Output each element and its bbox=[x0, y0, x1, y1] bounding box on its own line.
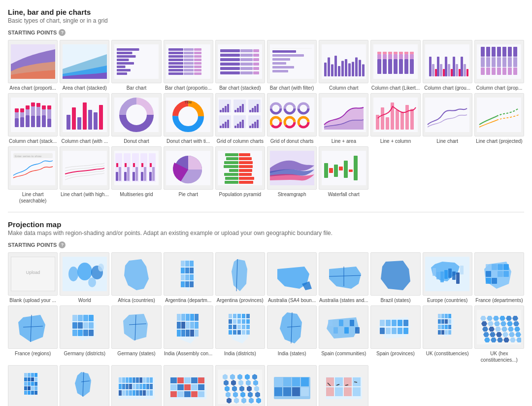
chart-item-column-grouped[interactable]: Column chart (grou... bbox=[423, 40, 472, 91]
svg-rect-52 bbox=[220, 71, 240, 74]
svg-rect-62 bbox=[272, 70, 288, 72]
chart-item-bar[interactable]: Bar chart bbox=[111, 40, 161, 91]
svg-rect-416 bbox=[441, 330, 444, 335]
chart-item-donut-title[interactable]: TitleDonut chart with ti... bbox=[164, 93, 213, 144]
chart-item-waterfall[interactable]: Waterfall chart bbox=[319, 146, 368, 204]
map-item-india-states[interactable]: India (states) bbox=[267, 305, 317, 363]
svg-rect-454 bbox=[24, 377, 27, 381]
map-item-europe[interactable]: Europe (countries) bbox=[423, 252, 472, 304]
svg-rect-206 bbox=[254, 122, 256, 128]
help-icon-charts[interactable]: ? bbox=[59, 29, 66, 36]
svg-rect-8 bbox=[117, 66, 126, 68]
map-item-uk-local[interactable]: UK (local authorities) bbox=[8, 365, 58, 406]
map-item-india-assembly[interactable]: India (Assembly con... bbox=[164, 305, 213, 363]
chart-item-bar-stacked[interactable]: Bar chart (stacked) bbox=[215, 40, 265, 91]
map-item-spain-provinces[interactable]: Spain (provinces) bbox=[370, 305, 420, 363]
chart-item-line-highlight[interactable]: Line chart (with high... bbox=[60, 146, 109, 204]
chart-thumb-grid-column bbox=[215, 93, 265, 136]
map-item-germany-states[interactable]: Germany (states) bbox=[111, 305, 161, 363]
chart-item-column[interactable]: Column chart bbox=[319, 40, 368, 91]
chart-item-population-pyramid[interactable]: Population pyramid bbox=[215, 146, 265, 204]
svg-rect-141 bbox=[20, 112, 24, 117]
map-thumb-argentina-prov bbox=[215, 252, 265, 296]
svg-rect-10 bbox=[117, 72, 127, 75]
map-item-argentina-prov[interactable]: Argentina (provinces) bbox=[215, 252, 265, 304]
chart-item-column-proportional[interactable]: Column chart (prop... bbox=[474, 40, 524, 91]
svg-rect-372 bbox=[237, 319, 241, 324]
map-item-us-counties[interactable]: US (counties) bbox=[111, 365, 161, 406]
svg-rect-367 bbox=[237, 314, 241, 318]
svg-rect-140 bbox=[20, 108, 24, 112]
map-item-us-hex-states[interactable]: US (hex states) bbox=[215, 365, 265, 406]
svg-rect-65 bbox=[328, 58, 330, 77]
chart-item-column-likert[interactable]: Column chart (Likert... bbox=[370, 40, 420, 91]
map-item-uk-hex-const[interactable]: UK (hex constituencies...) bbox=[474, 305, 524, 363]
chart-item-line-projected[interactable]: Line chart (projected) bbox=[474, 93, 524, 144]
svg-rect-90 bbox=[399, 54, 403, 59]
map-item-us-states[interactable]: US (states) bbox=[267, 365, 317, 406]
chart-item-grid-donut[interactable]: Grid of donut charts bbox=[267, 93, 317, 144]
svg-rect-157 bbox=[47, 119, 51, 127]
svg-rect-455 bbox=[28, 377, 31, 381]
chart-item-donut[interactable]: Donut chart bbox=[111, 93, 161, 144]
svg-rect-77 bbox=[377, 59, 381, 74]
map-item-india-districts[interactable]: India (districts) bbox=[215, 305, 265, 363]
svg-rect-138 bbox=[15, 112, 19, 118]
svg-rect-396 bbox=[398, 320, 402, 326]
chart-item-streamgraph[interactable]: Streamgraph bbox=[267, 146, 317, 204]
chart-item-grid-column[interactable]: Grid of column charts bbox=[215, 93, 265, 144]
svg-rect-101 bbox=[435, 69, 437, 76]
map-label-france-regions: France (regions) bbox=[15, 350, 51, 357]
map-item-uk-constituencies[interactable]: UK (constituencies) bbox=[423, 305, 472, 363]
svg-rect-346 bbox=[83, 330, 88, 336]
map-item-australia-states[interactable]: Australia (states and... bbox=[319, 252, 368, 304]
svg-rect-189 bbox=[249, 110, 251, 112]
map-item-australia-sa4[interactable]: Australia (SA4 boun... bbox=[267, 252, 317, 304]
map-item-us-swing[interactable]: US (swing arrow map) bbox=[319, 365, 368, 406]
map-item-us-electoral[interactable]: US (electoral college... bbox=[164, 365, 213, 406]
map-item-world[interactable]: World bbox=[60, 252, 109, 304]
map-item-spain-communities[interactable]: Spain (communities) bbox=[319, 305, 368, 363]
map-item-uk-regions[interactable]: UK (regions) bbox=[60, 365, 109, 406]
map-item-argentina-dept[interactable]: Argentina (departm... bbox=[164, 252, 213, 304]
help-icon-maps[interactable]: ? bbox=[59, 241, 66, 248]
chart-item-bar-proportional[interactable]: Bar chart (proportio... bbox=[164, 40, 213, 91]
chart-item-area-stacked[interactable]: Area chart (stacked) bbox=[60, 40, 109, 91]
svg-rect-46 bbox=[220, 63, 240, 66]
svg-rect-45 bbox=[253, 58, 259, 61]
chart-item-multiseries[interactable]: Multiseries grid bbox=[111, 146, 161, 204]
chart-item-line-area[interactable]: Line + area bbox=[319, 93, 368, 144]
svg-rect-234 bbox=[400, 112, 404, 130]
svg-rect-271 bbox=[224, 161, 238, 164]
svg-point-214 bbox=[287, 106, 292, 111]
svg-rect-120 bbox=[486, 68, 490, 75]
svg-rect-512 bbox=[191, 384, 198, 390]
chart-item-pie[interactable]: Pie chart bbox=[164, 146, 213, 204]
chart-item-area-proportional[interactable]: Area chart (proporti... bbox=[8, 40, 58, 91]
chart-label-area-stacked: Area chart (stacked) bbox=[63, 85, 107, 91]
svg-line-566 bbox=[354, 382, 357, 382]
chart-item-line-column[interactable]: Line + column bbox=[370, 93, 420, 144]
svg-rect-31 bbox=[184, 69, 194, 71]
map-item-brazil[interactable]: Brazil (states) bbox=[370, 252, 420, 304]
chart-item-line-searchable[interactable]: Enter series to show Line chart (searcha… bbox=[8, 146, 58, 204]
map-item-blank[interactable]: UploadBlank (upload your ... bbox=[8, 252, 58, 304]
svg-rect-458 bbox=[24, 382, 27, 386]
svg-rect-186 bbox=[239, 106, 241, 112]
chart-item-line[interactable]: Line chart bbox=[423, 93, 472, 144]
svg-point-296 bbox=[77, 263, 92, 280]
map-thumb-blank: Upload bbox=[8, 252, 58, 296]
chart-item-column-with[interactable]: Column chart (with ... bbox=[60, 93, 109, 144]
svg-rect-97 bbox=[410, 52, 414, 54]
chart-item-column-stacked[interactable]: Column chart (stack... bbox=[8, 93, 58, 144]
map-item-africa[interactable]: Africa (countries) bbox=[111, 252, 161, 304]
svg-rect-319 bbox=[444, 270, 448, 279]
chart-label-grid-column: Grid of column charts bbox=[217, 138, 264, 144]
map-item-france-regions[interactable]: France (regions) bbox=[8, 305, 58, 363]
svg-rect-370 bbox=[229, 319, 232, 324]
map-item-france-dept[interactable]: France (departments) bbox=[474, 252, 524, 304]
map-item-germany-districts[interactable]: Germany (districts) bbox=[60, 305, 109, 363]
chart-item-bar-filter[interactable]: Bar chart (with filter) bbox=[267, 40, 317, 91]
svg-rect-463 bbox=[28, 386, 31, 390]
map-thumb-australia-states bbox=[319, 252, 368, 296]
